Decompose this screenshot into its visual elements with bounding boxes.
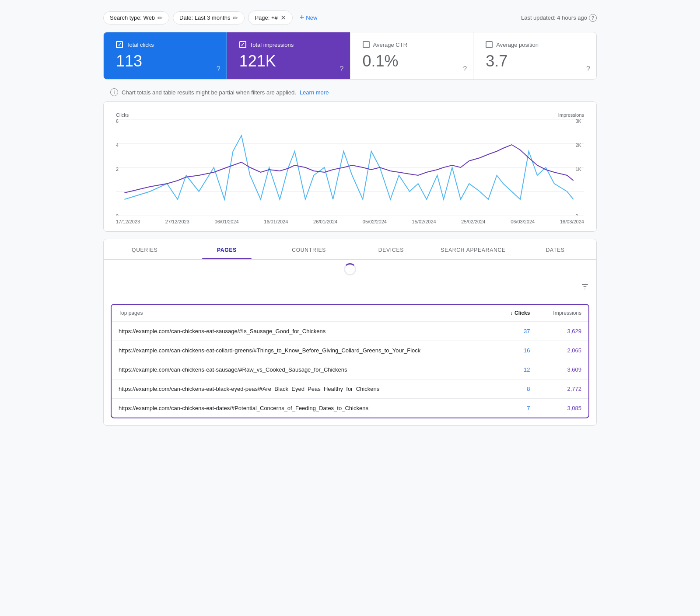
- learn-more-link[interactable]: Learn more: [300, 89, 329, 96]
- chart-axes-labels: Clicks Impressions: [116, 112, 584, 118]
- avg-ctr-help-icon[interactable]: ?: [463, 65, 467, 73]
- metric-total-clicks[interactable]: Total clicks 113 ?: [104, 32, 227, 79]
- x-label-3: 16/01/2024: [264, 219, 288, 224]
- svg-text:3K: 3K: [576, 119, 582, 124]
- total-clicks-checkbox[interactable]: [116, 41, 123, 48]
- avg-ctr-label: Average CTR: [373, 42, 408, 48]
- table-cell-impressions: 3,629: [537, 322, 588, 341]
- search-type-edit-icon[interactable]: ✏: [158, 14, 163, 21]
- avg-position-label: Average position: [496, 42, 539, 48]
- search-type-label: Search type: Web: [110, 14, 155, 21]
- metric-total-impressions[interactable]: Total impressions 121K ?: [227, 32, 350, 79]
- last-updated-text: Last updated: 4 hours ago: [521, 14, 587, 21]
- plus-icon: +: [300, 13, 304, 22]
- total-impressions-label: Total impressions: [250, 42, 294, 48]
- x-label-0: 17/12/2023: [116, 219, 140, 224]
- chart-x-labels: 17/12/2023 27/12/2023 06/01/2024 16/01/2…: [116, 219, 584, 224]
- col-header-impressions[interactable]: Impressions: [537, 305, 588, 322]
- avg-position-label-row: Average position: [486, 41, 584, 48]
- svg-text:0: 0: [576, 213, 578, 216]
- date-label: Date: Last 3 months: [179, 14, 230, 21]
- total-clicks-label-row: Total clicks: [116, 41, 214, 48]
- avg-position-value: 3.7: [486, 52, 584, 70]
- chart-right-axis-label: Impressions: [558, 112, 584, 118]
- table-cell-impressions: 3,609: [537, 360, 588, 379]
- total-impressions-help-icon[interactable]: ?: [340, 65, 344, 73]
- page-label: Page: +#: [255, 14, 277, 21]
- help-icon[interactable]: ?: [589, 14, 597, 22]
- chart-left-axis-label: Clicks: [116, 112, 129, 118]
- metric-avg-position[interactable]: Average position 3.7 ?: [473, 32, 596, 79]
- chart-svg: 6 4 2 0 3K 2K 1K 0: [116, 119, 584, 216]
- svg-text:4: 4: [116, 143, 119, 148]
- page-filter[interactable]: Page: +# ✕: [248, 10, 292, 25]
- chart-area: 6 4 2 0 3K 2K 1K 0: [116, 119, 584, 216]
- tab-queries[interactable]: QUERIES: [104, 239, 186, 259]
- tab-countries[interactable]: COUNTRIES: [268, 239, 350, 259]
- table-row: https://example.com/can-chickens-eat-sau…: [112, 360, 588, 379]
- tabs-bar: QUERIES PAGES COUNTRIES DEVICES SEARCH A…: [104, 239, 596, 260]
- x-label-7: 25/02/2024: [461, 219, 485, 224]
- last-updated: Last updated: 4 hours ago ?: [521, 14, 597, 22]
- total-impressions-value: 121K: [239, 52, 338, 70]
- page-close-icon[interactable]: ✕: [280, 14, 286, 22]
- new-filter-button[interactable]: + New: [296, 10, 321, 25]
- table-cell-impressions: 2,772: [537, 379, 588, 399]
- table-cell-clicks: 8: [496, 379, 537, 399]
- table-cell-page[interactable]: https://example.com/can-chickens-eat-bla…: [112, 379, 496, 399]
- x-label-1: 27/12/2023: [165, 219, 189, 224]
- impressions-line: [124, 145, 573, 193]
- avg-ctr-label-row: Average CTR: [363, 41, 461, 48]
- x-label-4: 26/01/2024: [313, 219, 337, 224]
- tab-dates[interactable]: DATES: [514, 239, 596, 259]
- avg-ctr-value: 0.1%: [363, 52, 461, 70]
- tab-search-appearance[interactable]: SEARCH APPEARANCE: [432, 239, 514, 259]
- table-cell-page[interactable]: https://example.com/can-chickens-eat-sau…: [112, 322, 496, 341]
- table-header-row: Top pages ↓Clicks Impressions: [112, 305, 588, 322]
- col-header-clicks[interactable]: ↓Clicks: [496, 305, 537, 322]
- table-row: https://example.com/can-chickens-eat-dat…: [112, 399, 588, 418]
- info-text: Chart totals and table results might be …: [122, 89, 296, 96]
- avg-position-help-icon[interactable]: ?: [586, 65, 590, 73]
- data-table: Top pages ↓Clicks Impressions https://ex…: [112, 305, 588, 418]
- spinner: [344, 263, 356, 275]
- table-cell-clicks: 7: [496, 399, 537, 418]
- table-row: https://example.com/can-chickens-eat-col…: [112, 341, 588, 360]
- table-row: https://example.com/can-chickens-eat-bla…: [112, 379, 588, 399]
- total-impressions-checkbox[interactable]: [239, 41, 246, 48]
- avg-position-checkbox[interactable]: [486, 41, 493, 48]
- loading-indicator: [104, 260, 596, 279]
- tab-pages[interactable]: PAGES: [186, 239, 268, 259]
- x-label-5: 05/02/2024: [363, 219, 387, 224]
- total-impressions-label-row: Total impressions: [239, 41, 338, 48]
- col-header-pages: Top pages: [112, 305, 496, 322]
- svg-text:1K: 1K: [576, 167, 582, 172]
- table-cell-page[interactable]: https://example.com/can-chickens-eat-sau…: [112, 360, 496, 379]
- filter-row: [104, 279, 596, 297]
- avg-ctr-checkbox[interactable]: [363, 41, 370, 48]
- table-row: https://example.com/can-chickens-eat-sau…: [112, 322, 588, 341]
- total-clicks-label: Total clicks: [126, 42, 154, 48]
- new-filter-label: New: [306, 14, 317, 21]
- search-type-filter[interactable]: Search type: Web ✏: [103, 11, 169, 24]
- chart-card: Clicks Impressions 6 4 2 0 3K 2K 1K 0: [103, 101, 597, 232]
- table-cell-clicks: 12: [496, 360, 537, 379]
- tab-devices[interactable]: DEVICES: [350, 239, 432, 259]
- filter-bar: Search type: Web ✏ Date: Last 3 months ✏…: [103, 7, 597, 32]
- date-filter[interactable]: Date: Last 3 months ✏: [173, 11, 245, 24]
- filter-icon-button[interactable]: [581, 282, 589, 293]
- x-label-8: 06/03/2024: [511, 219, 535, 224]
- svg-text:6: 6: [116, 119, 119, 124]
- table-cell-page[interactable]: https://example.com/can-chickens-eat-dat…: [112, 399, 496, 418]
- total-clicks-help-icon[interactable]: ?: [217, 65, 220, 73]
- sort-arrow-icon: ↓: [510, 310, 513, 316]
- date-edit-icon[interactable]: ✏: [233, 14, 238, 21]
- table-cell-clicks: 16: [496, 341, 537, 360]
- table-cell-page[interactable]: https://example.com/can-chickens-eat-col…: [112, 341, 496, 360]
- tabs-card: QUERIES PAGES COUNTRIES DEVICES SEARCH A…: [103, 239, 597, 426]
- metric-avg-ctr[interactable]: Average CTR 0.1% ?: [350, 32, 474, 79]
- svg-text:0: 0: [116, 213, 119, 216]
- svg-text:2: 2: [116, 167, 119, 172]
- x-label-9: 16/03/2024: [560, 219, 584, 224]
- table-cell-impressions: 2,065: [537, 341, 588, 360]
